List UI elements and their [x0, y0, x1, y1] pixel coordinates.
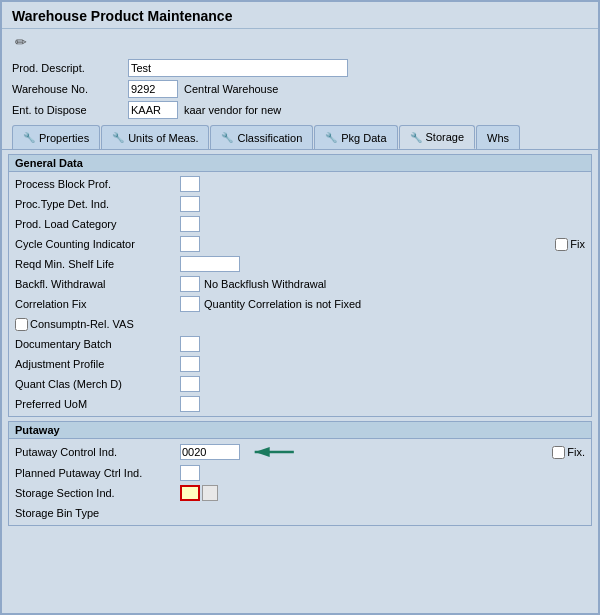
- documentary-batch-input[interactable]: [180, 336, 200, 352]
- warehouse-no-text: Central Warehouse: [184, 83, 278, 95]
- prod-descript-row: Prod. Descript.: [12, 59, 588, 77]
- warehouse-no-label: Warehouse No.: [12, 83, 122, 95]
- putaway-body: Putaway Control Ind.: [9, 439, 591, 525]
- putaway-fix-text: Fix.: [567, 446, 585, 458]
- title-bar: Warehouse Product Maintenance: [2, 2, 598, 29]
- preferred-uom-label: Preferred UoM: [15, 398, 180, 410]
- backfl-withdrawal-row: Backfl. Withdrawal No Backflush Withdraw…: [15, 275, 585, 293]
- proc-type-det-row: Proc.Type Det. Ind.: [15, 195, 585, 213]
- main-window: Warehouse Product Maintenance ✏ Prod. De…: [0, 0, 600, 615]
- adjustment-profile-label: Adjustment Profile: [15, 358, 180, 370]
- tab-classification-icon: 🔧: [221, 132, 233, 143]
- reqd-min-shelf-label: Reqd Min. Shelf Life: [15, 258, 180, 270]
- storage-section-browse-button[interactable]: [202, 485, 218, 501]
- header-form: Prod. Descript. Warehouse No. Central Wa…: [2, 55, 598, 121]
- reqd-min-shelf-row: Reqd Min. Shelf Life: [15, 255, 585, 273]
- process-block-prof-row: Process Block Prof.: [15, 175, 585, 193]
- correlation-fix-input[interactable]: [180, 296, 200, 312]
- proc-type-det-label: Proc.Type Det. Ind.: [15, 198, 180, 210]
- fix-text: Fix: [570, 238, 585, 250]
- putaway-fix-checkbox[interactable]: [552, 446, 565, 459]
- correlation-fix-row: Correlation Fix Quantity Correlation is …: [15, 295, 585, 313]
- content-area: General Data Process Block Prof. Proc.Ty…: [2, 149, 598, 613]
- prod-descript-label: Prod. Descript.: [12, 62, 122, 74]
- general-data-header: General Data: [9, 155, 591, 172]
- putaway-section: Putaway Putaway Control Ind.: [8, 421, 592, 526]
- warehouse-no-input[interactable]: [128, 80, 178, 98]
- consumptn-rel-label: Consumptn-Rel. VAS: [15, 318, 180, 331]
- storage-bin-type-row: Storage Bin Type: [15, 504, 585, 522]
- tab-pkg-icon: 🔧: [325, 132, 337, 143]
- window-title: Warehouse Product Maintenance: [12, 8, 588, 24]
- cycle-counting-row: Cycle Counting Indicator Fix: [15, 235, 585, 253]
- edit-icon[interactable]: ✏: [12, 33, 30, 51]
- storage-bin-type-label: Storage Bin Type: [15, 507, 180, 519]
- tab-storage-label: Storage: [426, 131, 465, 143]
- tab-pkg-label: Pkg Data: [341, 132, 386, 144]
- tab-pkg-data[interactable]: 🔧 Pkg Data: [314, 125, 397, 149]
- consumptn-rel-row: Consumptn-Rel. VAS: [15, 315, 585, 333]
- planned-putaway-row: Planned Putaway Ctrl Ind.: [15, 464, 585, 482]
- tab-units-of-meas[interactable]: 🔧 Units of Meas.: [101, 125, 209, 149]
- storage-section-ind-label: Storage Section Ind.: [15, 487, 180, 499]
- quant-clas-input[interactable]: [180, 376, 200, 392]
- tab-properties[interactable]: 🔧 Properties: [12, 125, 100, 149]
- tabs-bar: 🔧 Properties 🔧 Units of Meas. 🔧 Classifi…: [2, 121, 598, 149]
- general-data-section: General Data Process Block Prof. Proc.Ty…: [8, 154, 592, 417]
- ent-to-dispose-label: Ent. to Dispose: [12, 104, 122, 116]
- correlation-fix-label: Correlation Fix: [15, 298, 180, 310]
- putaway-header: Putaway: [9, 422, 591, 439]
- documentary-batch-row: Documentary Batch: [15, 335, 585, 353]
- backfl-withdrawal-input[interactable]: [180, 276, 200, 292]
- tab-whs-label: Whs: [487, 132, 509, 144]
- planned-putaway-input[interactable]: [180, 465, 200, 481]
- putaway-control-ind-input[interactable]: [180, 444, 240, 460]
- adjustment-profile-input[interactable]: [180, 356, 200, 372]
- tab-units-label: Units of Meas.: [128, 132, 198, 144]
- tab-classification-label: Classification: [237, 132, 302, 144]
- cycle-counting-fix: Fix: [555, 238, 585, 251]
- process-block-prof-label: Process Block Prof.: [15, 178, 180, 190]
- storage-section-ind-input[interactable]: [180, 485, 200, 501]
- tab-units-icon: 🔧: [112, 132, 124, 143]
- arrow-indicator: [248, 442, 298, 462]
- proc-type-det-input[interactable]: [180, 196, 200, 212]
- process-block-prof-input[interactable]: [180, 176, 200, 192]
- quant-clas-row: Quant Clas (Merch D): [15, 375, 585, 393]
- arrow-svg: [248, 442, 298, 462]
- prod-load-category-label: Prod. Load Category: [15, 218, 180, 230]
- warehouse-no-row: Warehouse No. Central Warehouse: [12, 80, 588, 98]
- putaway-control-ind-label: Putaway Control Ind.: [15, 446, 180, 458]
- cycle-counting-input[interactable]: [180, 236, 200, 252]
- general-data-body: Process Block Prof. Proc.Type Det. Ind. …: [9, 172, 591, 416]
- ent-to-dispose-text: kaar vendor for new: [184, 104, 281, 116]
- ent-to-dispose-input[interactable]: [128, 101, 178, 119]
- backfl-withdrawal-text: No Backflush Withdrawal: [204, 278, 326, 290]
- quant-clas-label: Quant Clas (Merch D): [15, 378, 180, 390]
- documentary-batch-label: Documentary Batch: [15, 338, 180, 350]
- backfl-withdrawal-label: Backfl. Withdrawal: [15, 278, 180, 290]
- planned-putaway-label: Planned Putaway Ctrl Ind.: [15, 467, 180, 479]
- putaway-fix: Fix.: [552, 446, 585, 459]
- tab-classification[interactable]: 🔧 Classification: [210, 125, 313, 149]
- preferred-uom-input[interactable]: [180, 396, 200, 412]
- reqd-min-shelf-input[interactable]: [180, 256, 240, 272]
- tab-storage[interactable]: 🔧 Storage: [399, 125, 476, 149]
- prod-descript-input[interactable]: [128, 59, 348, 77]
- tab-storage-icon: 🔧: [410, 132, 422, 143]
- tab-properties-icon: 🔧: [23, 132, 35, 143]
- adjustment-profile-row: Adjustment Profile: [15, 355, 585, 373]
- preferred-uom-row: Preferred UoM: [15, 395, 585, 413]
- cycle-counting-label: Cycle Counting Indicator: [15, 238, 180, 250]
- toolbar: ✏: [2, 29, 598, 55]
- storage-section-ind-row: Storage Section Ind.: [15, 484, 585, 502]
- correlation-fix-text: Quantity Correlation is not Fixed: [204, 298, 361, 310]
- tab-properties-label: Properties: [39, 132, 89, 144]
- ent-to-dispose-row: Ent. to Dispose kaar vendor for new: [12, 101, 588, 119]
- prod-load-category-input[interactable]: [180, 216, 200, 232]
- prod-load-category-row: Prod. Load Category: [15, 215, 585, 233]
- consumptn-rel-checkbox[interactable]: [15, 318, 28, 331]
- tab-whs[interactable]: Whs: [476, 125, 520, 149]
- putaway-control-ind-row: Putaway Control Ind.: [15, 442, 585, 462]
- cycle-counting-fix-checkbox[interactable]: [555, 238, 568, 251]
